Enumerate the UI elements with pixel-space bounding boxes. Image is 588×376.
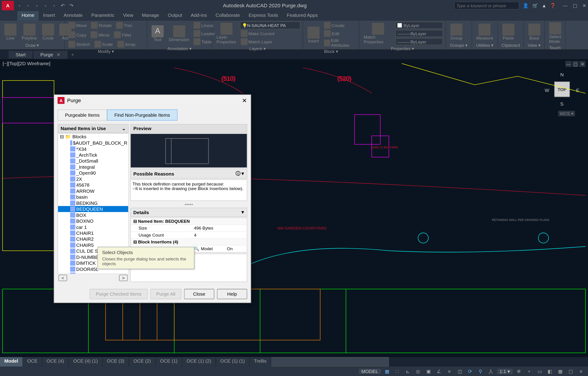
tree-item[interactable]: BOX [58,212,128,218]
collapse-icon[interactable]: ⌄ [122,126,126,132]
workspace-icon[interactable]: 人 [487,367,495,375]
tree-item[interactable]: ARROW [58,188,128,194]
maximize-button[interactable]: ▢ [573,3,577,8]
close-button[interactable]: Close [184,289,215,299]
copy-button[interactable]: Copy [68,31,87,39]
gear-icon[interactable]: ✲ [514,367,523,375]
qat-redo-icon[interactable]: ↷ [68,2,75,10]
edit-button[interactable]: Edit [323,30,356,37]
qat-undo-icon[interactable]: ↶ [59,2,67,10]
dimension-button[interactable]: Dimension [167,24,191,43]
app-logo[interactable]: A [2,1,14,11]
tree-item[interactable]: DOORL [58,272,128,274]
measure-button[interactable]: Measure [475,22,495,41]
select-mode-button[interactable]: Select Mode [547,22,563,45]
layout-tab[interactable]: Model [0,357,23,367]
mirror-button[interactable]: Mirror [90,31,111,39]
match-properties-button[interactable]: Match Properties [362,22,393,45]
help-icon[interactable]: ❓ [550,3,556,8]
scale-button[interactable]: Scale [94,40,114,48]
hardware-icon[interactable]: ▦ [556,367,565,375]
qat-open-icon[interactable]: ▫ [24,2,32,10]
tree-item[interactable]: BEDKING [58,200,128,206]
status-scale[interactable]: 1:1 ▾ [497,368,513,374]
layer-properties-button[interactable]: Layer Properties [215,22,238,45]
tree-item[interactable]: BEDQUEEN [58,206,128,212]
details-header[interactable]: Details▾ [130,208,247,217]
tree-item[interactable]: _Integral [58,164,128,170]
property-combo-2[interactable]: ———ByLayer [395,38,443,45]
layer-combo[interactable]: 💡 N-SAUNA-HEAT PA [240,22,300,29]
tree-item[interactable]: _ArchTick [58,152,128,158]
qat-new-icon[interactable]: ▫ [16,2,23,10]
ribbon-tab-annotate[interactable]: Annotate [59,11,87,21]
cycling-icon[interactable]: ⟳ [466,367,474,375]
tree-item[interactable]: basin [58,194,128,200]
status-model[interactable]: MODEL [359,369,381,374]
lineweight-icon[interactable]: ≡ [445,367,453,375]
layout-tab[interactable]: OCE (1) [156,357,182,367]
ribbon-tab-output[interactable]: Output [164,11,186,21]
layout-tab[interactable]: OCE (4) [42,357,69,367]
file-tab-start[interactable]: Start [9,51,32,58]
file-tab-close-icon[interactable]: ✕ [56,52,60,57]
property-combo-0[interactable]: ByLayer [395,22,443,29]
layout-tab[interactable]: OCE (4) (1) [69,357,103,367]
drawing-area[interactable]: [−][Top][2D Wireframe] — ▢ ✕ N E S W TOP… [0,59,588,357]
file-tab-add-button[interactable]: + [68,52,77,57]
signin-icon[interactable]: 👤 [523,3,529,8]
layout-tab[interactable]: OCE [23,357,42,367]
tree-header[interactable]: Named Items in Use⌄ [58,124,129,133]
polyline-button[interactable]: Polyline [20,22,39,41]
customize-icon[interactable]: ≡ [577,367,585,375]
edit-attributes-button[interactable]: Edit Attributes [323,38,356,48]
snap-icon[interactable]: ⸬ [393,367,402,375]
close-button[interactable]: ✕ [582,3,586,8]
annotation-scale-icon[interactable]: ⚲ [476,367,485,375]
create-button[interactable]: Create [323,22,356,29]
tree-item[interactable]: $AUDIT_BAD_BLOCK_R [58,140,128,146]
layout-tab[interactable]: OCE (2) [129,357,156,367]
plus-icon[interactable]: + [525,367,533,375]
text-button[interactable]: AText [150,24,166,43]
otrack-icon[interactable]: ∠ [434,367,443,375]
tree-prev-button[interactable]: < [59,275,67,281]
ribbon-tab-home[interactable]: Home [17,11,39,21]
layout-tab[interactable]: OCE (1) (1) [216,357,250,367]
isolate-icon[interactable]: ◧ [546,367,554,375]
group-button[interactable]: Group [449,22,464,41]
line-button[interactable]: Line [2,22,18,41]
ribbon-tab-collaborate[interactable]: Collaborate [211,11,244,21]
rotate-button[interactable]: Rotate [90,22,113,29]
qat-save-icon[interactable]: ▫ [33,2,41,10]
tree-next-button[interactable]: > [119,275,128,281]
tree-item[interactable]: 45678 [58,182,128,188]
qat-plot-icon[interactable]: ▫ [50,2,58,10]
fillet-button[interactable]: Fillet [113,31,132,39]
ribbon-tab-featured-apps[interactable]: Featured Apps [283,11,322,21]
tab-non-purgeable[interactable]: Find Non-Purgeable Items [107,110,177,121]
cart-icon[interactable]: 🛒 [532,3,538,8]
transparency-icon[interactable]: ◫ [455,367,464,375]
tree-item[interactable]: _DotSmall [58,158,128,164]
minimize-button[interactable]: — [563,3,567,8]
help-button[interactable]: Help [217,289,247,299]
tree-item[interactable]: *X34 [58,146,128,152]
clean-icon[interactable]: ▢ [567,367,575,375]
tree-item[interactable]: car 1 [58,224,128,230]
ribbon-tab-manage[interactable]: Manage [138,11,164,21]
tree-item[interactable]: CHAIR1 [58,230,128,236]
layout-tab[interactable]: Trellis [250,357,271,367]
layout-tab[interactable]: OCE (1) (2) [182,357,216,367]
insert-button[interactable]: Insert [306,25,321,44]
grid-icon[interactable]: ▦ [383,367,391,375]
polar-icon[interactable]: ◎ [414,367,422,375]
make-current-button[interactable]: Make Current [240,30,300,37]
ortho-icon[interactable]: ⊾ [403,367,412,375]
reasons-header[interactable]: Possible Reasonsⓘ ▾ [130,169,247,178]
tree-item[interactable]: BOXNO [58,218,128,224]
monitor-icon[interactable]: ▭ [535,367,544,375]
tree-item[interactable]: CHAIR2 [58,236,128,242]
tree-root[interactable]: ⊟ 📁 Blocks [58,133,128,140]
ribbon-tab-parametric[interactable]: Parametric [87,11,119,21]
